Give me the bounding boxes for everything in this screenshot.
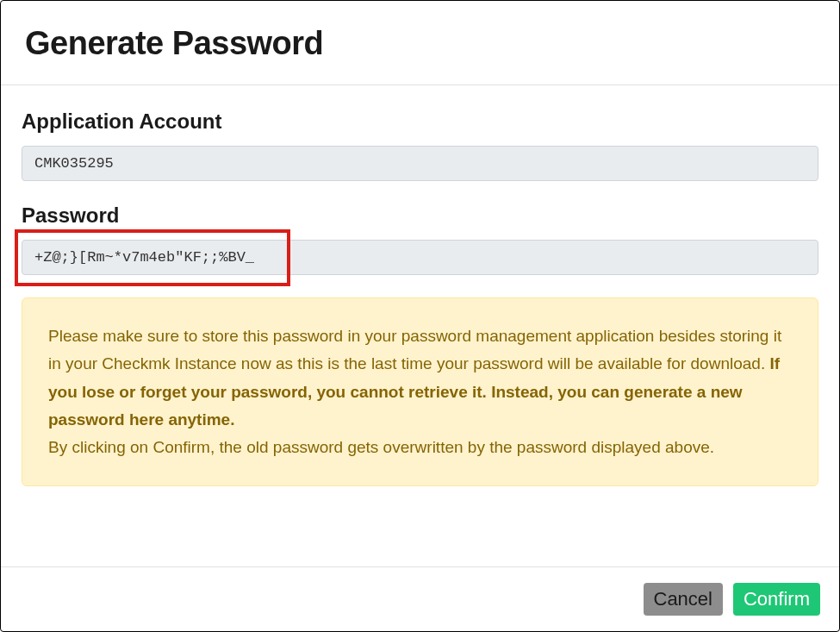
- password-input-wrapper: [22, 240, 818, 275]
- modal-title: Generate Password: [25, 25, 815, 62]
- alert-text-after: By clicking on Confirm, the old password…: [48, 438, 714, 456]
- alert-text: Please make sure to store this password …: [48, 322, 792, 461]
- account-label: Application Account: [22, 110, 818, 134]
- generate-password-modal: Generate Password Application Account Pa…: [0, 0, 840, 632]
- cancel-button[interactable]: Cancel: [644, 583, 723, 616]
- confirm-button[interactable]: Confirm: [733, 583, 820, 616]
- password-field-group: Password: [22, 203, 818, 275]
- password-input[interactable]: [22, 240, 818, 275]
- modal-footer: Cancel Confirm: [1, 566, 839, 631]
- account-field-group: Application Account: [22, 110, 818, 181]
- modal-header: Generate Password: [1, 1, 839, 85]
- alert-text-before: Please make sure to store this password …: [48, 327, 781, 372]
- password-label: Password: [22, 203, 818, 228]
- account-input[interactable]: [22, 146, 818, 181]
- warning-alert: Please make sure to store this password …: [22, 297, 818, 486]
- modal-body: Application Account Password Please make…: [1, 85, 839, 566]
